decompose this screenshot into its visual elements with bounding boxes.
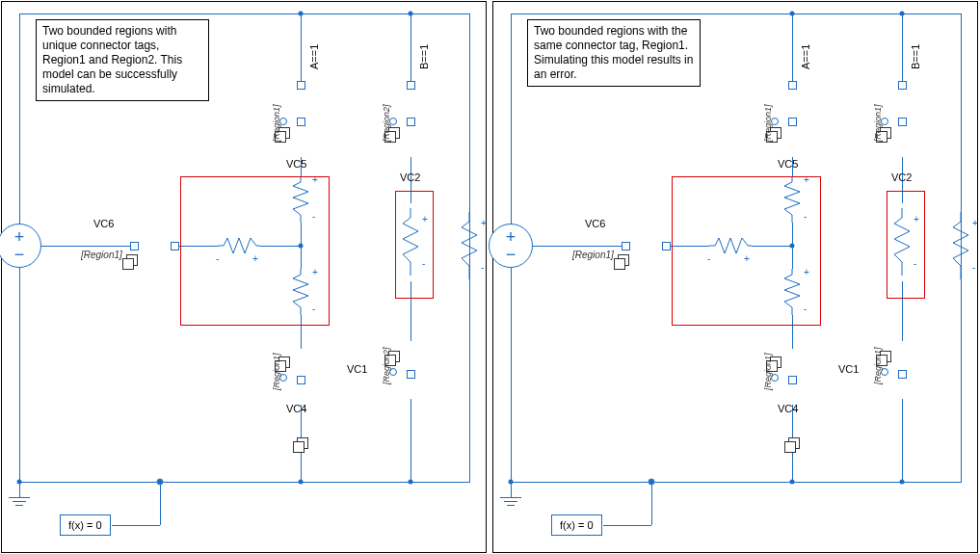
wire-bottom [511,482,962,483]
wire-bottom [19,482,470,483]
tag-label-vc6: [Region1] [81,250,122,260]
tag-port [407,370,415,379]
solver-block: f(x) = 0 [60,514,111,536]
label-a: A==1 [308,44,320,69]
wire-inner-upper-b [411,13,411,86]
tag-icon [293,437,308,453]
left-description: Two bounded regions with unique connecto… [36,19,209,101]
wire-inner-upper-b [902,13,903,86]
label-vc2: VC2 [891,171,912,183]
tag-label: [Region1] [763,353,773,390]
port-b [898,81,907,90]
tag-port [788,118,797,126]
wire-left-upper [511,13,512,224]
wire-inner-upper-a [301,13,302,86]
port-a [788,81,797,90]
node [649,480,654,485]
tag-label: [Region1] [873,347,883,384]
node [900,480,905,485]
wire-solver-v [160,482,161,525]
label-a: A==1 [800,44,811,69]
label-vc5: VC5 [286,158,306,170]
voltage-source-icon [0,224,41,268]
label-vc4: VC4 [286,403,306,414]
tag-label: [Region1] [763,104,773,142]
tag-icon [614,254,629,270]
wire-left-lower [19,268,20,482]
tag-port [130,242,139,251]
label-vc5: VC5 [778,158,798,170]
node [409,480,413,485]
region-box-1 [180,176,330,326]
wire-left-lower [511,268,512,482]
node [790,12,795,16]
solver-block: f(x) = 0 [551,514,602,536]
wire-solver-h [603,525,651,526]
resistor-right: + - [460,212,479,279]
node [299,12,304,16]
tag-port [898,118,907,126]
tag-label: [Region1] [272,104,281,142]
resistor-right: + - [951,212,970,279]
tag-port [297,376,305,384]
port-a [297,81,305,90]
label-vc6: VC6 [93,218,114,229]
tag-label: [Region2] [382,104,391,142]
tag-port [662,242,671,251]
port-b [407,81,415,90]
panel-right: Two bounded regions with the same connec… [492,1,978,553]
comparison-frame: Two bounded regions with unique connecto… [0,0,980,554]
tag-port [171,242,179,251]
tag-label: [Region2] [382,347,391,384]
wire-inner-upper-a [792,13,793,86]
wire-left-upper [19,13,20,224]
right-description: Two bounded regions with the same connec… [527,19,701,87]
tag-icon [784,437,800,453]
wire-solver-h [112,525,160,526]
tag-label: [Region1] [272,353,281,390]
tag-label: [Region1] [873,104,883,142]
region-box-2 [395,191,434,299]
node [299,480,304,485]
region-box-2 [887,191,925,299]
wire-top [19,13,470,14]
label-vc2: VC2 [400,171,420,183]
label-vc6: VC6 [585,218,605,229]
voltage-source-icon [489,224,533,268]
panel-left: Two bounded regions with unique connecto… [1,1,487,553]
wire-solver-v [651,482,652,525]
node [900,12,905,16]
label-vc4: VC4 [778,403,798,414]
tag-port [788,376,797,384]
tag-label-vc6: [Region1] [572,250,614,260]
tag-port [898,370,907,379]
label-b: B==1 [418,44,430,69]
tag-icon [122,254,138,270]
label-vc1: VC1 [347,363,367,375]
tag-port [622,242,630,251]
wire-b-3 [902,399,903,482]
node [790,480,795,485]
region-box-1 [672,176,821,326]
tag-port [297,118,305,126]
wire-top [511,13,962,14]
node [158,480,163,485]
tag-port [407,118,415,126]
label-vc1: VC1 [838,363,859,375]
node [409,12,413,16]
label-b: B==1 [910,44,921,69]
wire-b-3 [411,399,411,482]
